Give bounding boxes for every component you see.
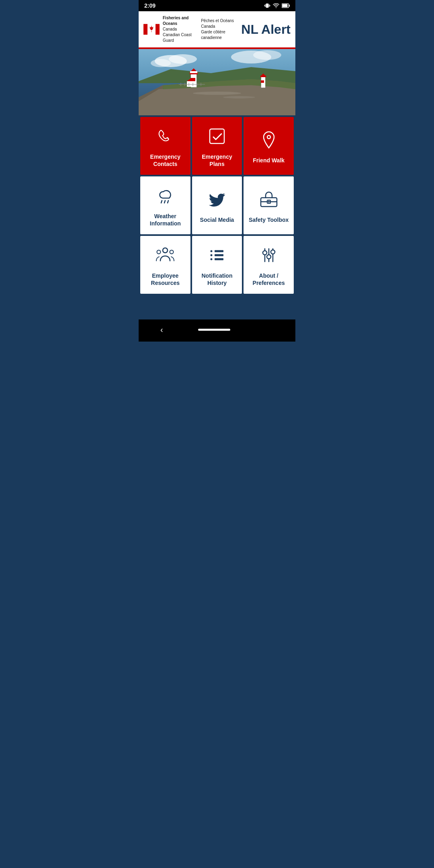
checklist-icon <box>207 126 227 149</box>
svg-rect-33 <box>187 81 195 87</box>
svg-rect-3 <box>264 5 265 6</box>
org-fr-name2: Canada <box>201 24 236 29</box>
org-en-name2: Canada <box>163 27 194 32</box>
grid-item-emergency-plans[interactable]: Emergency Plans <box>192 117 242 175</box>
toolbox-icon <box>258 189 279 213</box>
org-fr-sub: Garde côtière canadienne <box>201 29 236 41</box>
svg-point-55 <box>170 250 174 254</box>
svg-rect-26 <box>190 71 197 73</box>
grid-item-friend-walk[interactable]: Friend Walk <box>244 117 294 175</box>
canada-flag-icon <box>143 24 160 35</box>
org-en-sub: Canadian Coast Guard <box>163 32 194 43</box>
cloud-rain-icon <box>155 185 176 209</box>
vibrate-icon <box>264 2 270 9</box>
bottom-background <box>139 295 295 319</box>
svg-rect-59 <box>215 250 223 252</box>
grid-item-weather-information[interactable]: Weather Information <box>140 176 190 234</box>
svg-point-57 <box>210 254 212 256</box>
svg-point-54 <box>157 250 161 254</box>
svg-point-42 <box>193 92 241 95</box>
grid-item-label-about-preferences: About / Preferences <box>247 272 291 287</box>
svg-point-18 <box>253 50 281 60</box>
svg-rect-6 <box>282 4 287 7</box>
twitter-icon <box>207 189 227 213</box>
grid-item-safety-toolbox[interactable]: Safety Toolbox <box>244 176 294 234</box>
grid-item-label-emergency-plans: Emergency Plans <box>195 154 239 168</box>
grid-item-label-notification-history: Notification History <box>195 272 239 287</box>
phone-icon <box>155 126 176 149</box>
svg-rect-44 <box>210 129 224 143</box>
list-icon <box>207 245 227 268</box>
org-text-fr: Pêches et Océans Canada Garde côtière ca… <box>201 18 236 41</box>
svg-rect-32 <box>261 80 264 83</box>
svg-point-58 <box>210 258 212 260</box>
svg-point-53 <box>163 248 168 253</box>
grid-item-label-employee-resources: Employee Resources <box>143 272 187 287</box>
battery-icon <box>282 3 290 8</box>
svg-rect-7 <box>289 5 290 7</box>
svg-point-56 <box>210 250 212 252</box>
org-text-en: Fisheries and Oceans Canada Canadian Coa… <box>163 15 194 43</box>
svg-rect-2 <box>269 4 269 7</box>
svg-rect-10 <box>156 24 160 35</box>
svg-rect-61 <box>215 258 223 260</box>
grid-item-label-social-media: Social Media <box>200 217 234 224</box>
grid-item-label-friend-walk: Friend Walk <box>253 157 285 164</box>
grid-item-about-preferences[interactable]: About / Preferences <box>244 236 294 294</box>
grid-item-label-weather-information: Weather Information <box>143 213 187 227</box>
svg-point-67 <box>271 250 275 254</box>
svg-rect-0 <box>266 4 269 8</box>
svg-point-43 <box>223 96 255 98</box>
home-pill[interactable] <box>198 329 230 331</box>
app-header: Fisheries and Oceans Canada Canadian Coa… <box>139 11 295 49</box>
grid-item-emergency-contacts[interactable]: Emergency Contacts <box>140 117 190 175</box>
grid-item-notification-history[interactable]: Notification History <box>192 236 242 294</box>
hero-banner <box>139 49 295 115</box>
status-time: 2:09 <box>144 2 156 9</box>
svg-rect-9 <box>143 24 147 35</box>
org-en-name: Fisheries and Oceans <box>163 15 194 27</box>
back-button[interactable]: ‹ <box>152 323 171 336</box>
bottom-navigation: ‹ <box>139 319 295 342</box>
svg-rect-30 <box>260 76 266 77</box>
svg-point-15 <box>169 54 197 64</box>
org-logo: Fisheries and Oceans Canada Canadian Coa… <box>143 15 236 43</box>
people-icon <box>155 245 176 268</box>
status-bar: 2:09 <box>139 0 295 11</box>
lighthouse-scene <box>139 49 295 115</box>
svg-point-65 <box>263 251 267 255</box>
svg-rect-60 <box>215 254 223 256</box>
svg-rect-1 <box>265 4 266 7</box>
svg-point-16 <box>151 59 171 67</box>
grid-item-label-emergency-contacts: Emergency Contacts <box>143 154 187 168</box>
svg-line-46 <box>161 201 162 203</box>
grid-item-employee-resources[interactable]: Employee Resources <box>140 236 190 294</box>
menu-grid: Emergency Contacts Emergency Plans Frien… <box>139 115 295 295</box>
svg-point-45 <box>267 135 270 139</box>
org-fr-name: Pêches et Océans <box>201 18 236 24</box>
status-icons <box>264 2 290 9</box>
svg-line-48 <box>168 201 168 203</box>
grid-item-social-media[interactable]: Social Media <box>192 176 242 234</box>
app-title: NL Alert <box>241 22 291 37</box>
location-icon <box>258 129 279 153</box>
svg-line-47 <box>164 201 165 203</box>
svg-rect-4 <box>270 5 270 6</box>
sliders-icon <box>258 245 279 268</box>
wifi-icon <box>273 2 279 9</box>
svg-point-66 <box>267 255 271 259</box>
grid-item-label-safety-toolbox: Safety Toolbox <box>249 217 289 224</box>
